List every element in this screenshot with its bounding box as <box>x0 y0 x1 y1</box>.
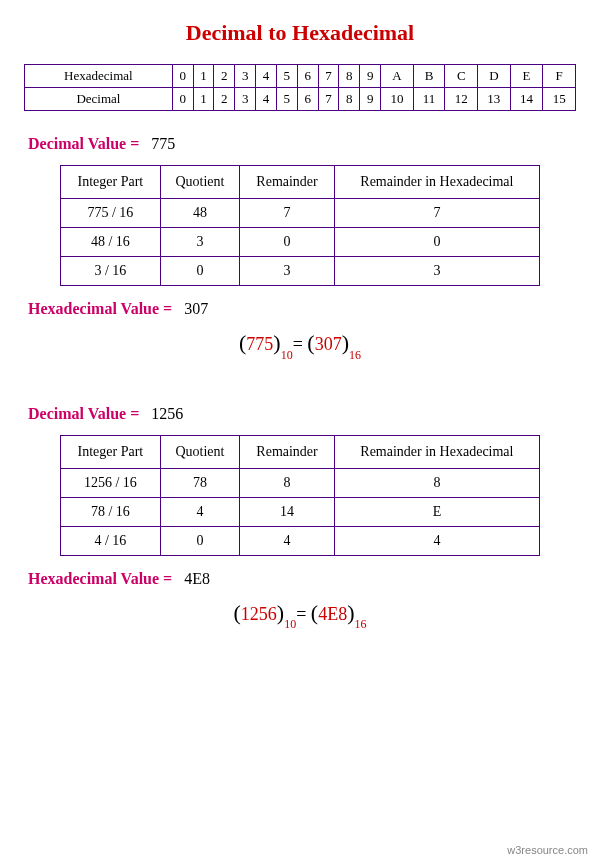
cell-r: 7 <box>240 199 335 228</box>
cell-rh: 0 <box>334 228 539 257</box>
hex-value-text: Hexadecimal Value = <box>28 570 172 587</box>
hex-cell: A <box>381 65 414 88</box>
table-row: 775 / 16 48 7 7 <box>61 199 540 228</box>
hex-value-1: 307 <box>184 300 208 317</box>
hex-cell: 6 <box>297 65 318 88</box>
dec-cell: 8 <box>339 88 360 111</box>
eq-rsub-1: 16 <box>349 348 361 362</box>
dec-cell: 10 <box>381 88 414 111</box>
eq-rhs-2: 4E8 <box>318 604 347 624</box>
table-row: 1256 / 16 78 8 8 <box>61 468 540 497</box>
hex-cell: 5 <box>276 65 297 88</box>
decimal-value-label-1: Decimal Value = 775 <box>28 135 576 153</box>
cell-q: 48 <box>160 199 240 228</box>
cell-r: 8 <box>240 468 335 497</box>
col-quotient: Quotient <box>160 435 240 468</box>
hex-cell: B <box>413 65 445 88</box>
cell-q: 3 <box>160 228 240 257</box>
dec-cell: 13 <box>478 88 511 111</box>
dec-cell: 9 <box>360 88 381 111</box>
decimal-value-2: 1256 <box>151 405 183 422</box>
paren-open: ( <box>234 600 241 625</box>
paren-close: ) <box>342 330 349 355</box>
equation-2: (1256)10= (4E8)16 <box>24 600 576 629</box>
cell-r: 0 <box>240 228 335 257</box>
hex-value-2: 4E8 <box>184 570 210 587</box>
col-quotient: Quotient <box>160 166 240 199</box>
page-title: Decimal to Hexadecimal <box>24 20 576 46</box>
cell-q: 0 <box>160 526 240 555</box>
dec-cell: 11 <box>413 88 445 111</box>
dec-cell: 7 <box>318 88 339 111</box>
cell-r: 4 <box>240 526 335 555</box>
cell-ip: 775 / 16 <box>61 199 161 228</box>
table-header-row: Integer Part Quotient Remainder Remainde… <box>61 435 540 468</box>
decimal-value-text: Decimal Value = <box>28 405 139 422</box>
decimal-value-1: 775 <box>151 135 175 152</box>
dec-cell: 5 <box>276 88 297 111</box>
cell-ip: 48 / 16 <box>61 228 161 257</box>
eq-lhs-2: 1256 <box>241 604 277 624</box>
hex-cell: 8 <box>339 65 360 88</box>
hex-cell: 1 <box>193 65 214 88</box>
hex-row-label: Hexadecimal <box>25 65 173 88</box>
hex-cell: 7 <box>318 65 339 88</box>
eq-lsub-1: 10 <box>281 348 293 362</box>
hex-cell: D <box>478 65 511 88</box>
cell-ip: 1256 / 16 <box>61 468 161 497</box>
hex-cell: F <box>543 65 576 88</box>
conversion-table-2: Integer Part Quotient Remainder Remainde… <box>60 435 540 556</box>
hex-cell: 0 <box>172 65 193 88</box>
dec-cell: 14 <box>510 88 543 111</box>
equation-1: (775)10= (307)16 <box>24 330 576 359</box>
equals-sign: = <box>293 334 308 354</box>
dec-cell: 4 <box>256 88 277 111</box>
hex-value-label-2: Hexadecimal Value = 4E8 <box>28 570 576 588</box>
col-remainder: Remainder <box>240 435 335 468</box>
table-header-row: Integer Part Quotient Remainder Remainde… <box>61 166 540 199</box>
hex-cell: 3 <box>235 65 256 88</box>
cell-q: 4 <box>160 497 240 526</box>
cell-q: 78 <box>160 468 240 497</box>
table-row: 3 / 16 0 3 3 <box>61 257 540 286</box>
cell-ip: 4 / 16 <box>61 526 161 555</box>
table-row: 78 / 16 4 14 E <box>61 497 540 526</box>
dec-cell: 6 <box>297 88 318 111</box>
col-remainder-hex: Remainder in Hexadecimal <box>334 166 539 199</box>
cell-ip: 78 / 16 <box>61 497 161 526</box>
dec-cell: 0 <box>172 88 193 111</box>
hex-cell: 2 <box>214 65 235 88</box>
hex-cell: E <box>510 65 543 88</box>
cell-rh: 4 <box>334 526 539 555</box>
dec-row-label: Decimal <box>25 88 173 111</box>
col-remainder-hex: Remainder in Hexadecimal <box>334 435 539 468</box>
table-row: 4 / 16 0 4 4 <box>61 526 540 555</box>
dec-cell: 2 <box>214 88 235 111</box>
dec-cell: 12 <box>445 88 478 111</box>
decimal-value-label-2: Decimal Value = 1256 <box>28 405 576 423</box>
cell-rh: 7 <box>334 199 539 228</box>
dec-row: Decimal 0 1 2 3 4 5 6 7 8 9 10 11 12 13 … <box>25 88 576 111</box>
cell-r: 14 <box>240 497 335 526</box>
eq-lhs-1: 775 <box>246 334 273 354</box>
hex-cell: C <box>445 65 478 88</box>
eq-lsub-2: 10 <box>284 617 296 631</box>
hex-cell: 4 <box>256 65 277 88</box>
decimal-value-text: Decimal Value = <box>28 135 139 152</box>
dec-cell: 3 <box>235 88 256 111</box>
paren-close: ) <box>273 330 280 355</box>
hex-value-text: Hexadecimal Value = <box>28 300 172 317</box>
dec-cell: 15 <box>543 88 576 111</box>
table-row: 48 / 16 3 0 0 <box>61 228 540 257</box>
hex-value-label-1: Hexadecimal Value = 307 <box>28 300 576 318</box>
cell-rh: 3 <box>334 257 539 286</box>
col-integer-part: Integer Part <box>61 435 161 468</box>
dec-cell: 1 <box>193 88 214 111</box>
hex-map-table: Hexadecimal 0 1 2 3 4 5 6 7 8 9 A B C D … <box>24 64 576 111</box>
footer-credit: w3resource.com <box>507 844 588 856</box>
cell-r: 3 <box>240 257 335 286</box>
hex-cell: 9 <box>360 65 381 88</box>
cell-q: 0 <box>160 257 240 286</box>
col-remainder: Remainder <box>240 166 335 199</box>
col-integer-part: Integer Part <box>61 166 161 199</box>
